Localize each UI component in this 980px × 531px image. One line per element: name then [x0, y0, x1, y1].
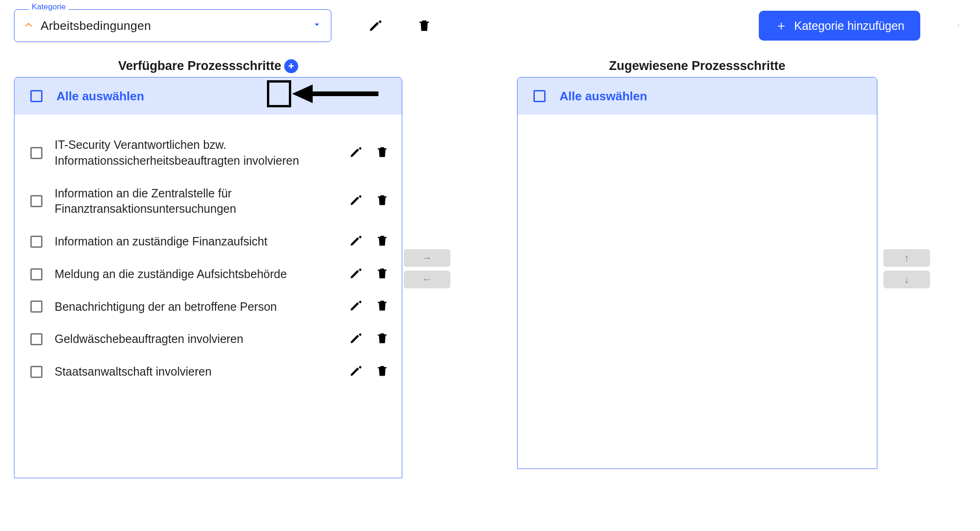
item-label: Staatsanwaltschaft involvieren [55, 364, 337, 380]
item-checkbox[interactable] [30, 195, 42, 207]
top-toolbar: Kategorie Arbeitsbedingungen ＋ Kategorie… [14, 9, 966, 42]
select-all-available-checkbox[interactable] [30, 90, 42, 102]
move-right-button[interactable]: → [404, 249, 450, 267]
chevron-up-icon [24, 20, 33, 31]
more-options-button[interactable] [951, 11, 966, 41]
assigned-header: Zugewiesene Prozessschritte [609, 59, 785, 73]
item-checkbox[interactable] [30, 236, 42, 248]
move-left-button[interactable]: ← [404, 271, 450, 288]
select-all-available-label: Alle auswählen [56, 89, 144, 104]
list-item: Meldung an die zuständige Aufsichtsbehör… [14, 258, 402, 291]
edit-item-button[interactable] [350, 146, 363, 161]
available-list: IT-Security Verantwortlichen bzw. Inform… [14, 115, 402, 478]
item-checkbox[interactable] [30, 300, 42, 313]
item-checkbox[interactable] [30, 366, 42, 378]
category-select-wrapper: Kategorie Arbeitsbedingungen [14, 9, 331, 42]
assigned-column: Zugewiesene Prozessschritte Alle auswähl… [517, 59, 877, 469]
item-checkbox[interactable] [30, 147, 42, 159]
annotation-arrow [292, 91, 381, 97]
item-label: Benachrichtigung der an betroffene Perso… [55, 299, 337, 315]
delete-item-button[interactable] [376, 267, 389, 282]
add-process-step-button[interactable]: + [284, 59, 298, 73]
delete-item-button[interactable] [376, 146, 389, 161]
select-all-assigned-checkbox[interactable] [533, 90, 546, 102]
edit-item-button[interactable] [350, 364, 363, 379]
svg-marker-4 [292, 84, 313, 103]
reorder-controls: ↑ ↓ [882, 249, 931, 288]
plus-icon: ＋ [775, 19, 788, 32]
arrow-down-icon: ↓ [904, 273, 910, 286]
category-value: Arbeitsbedingungen [41, 19, 305, 33]
list-item: Information an die Zentralstelle für Fin… [14, 177, 402, 226]
add-category-label: Kategorie hinzufügen [794, 19, 904, 33]
list-item: IT-Security Verantwortlichen bzw. Inform… [14, 129, 402, 177]
item-checkbox[interactable] [30, 268, 42, 280]
item-label: Information an die Zentralstelle für Fin… [55, 186, 337, 217]
available-panel: Alle auswählen IT-Security Verantwortlic… [14, 77, 402, 478]
edit-item-button[interactable] [350, 194, 363, 209]
assigned-panel: Alle auswählen [517, 77, 877, 469]
edit-item-button[interactable] [350, 234, 363, 249]
arrow-up-icon: ↑ [904, 252, 910, 264]
category-select[interactable]: Arbeitsbedingungen [14, 9, 331, 42]
caret-down-icon [312, 20, 322, 31]
add-category-button[interactable]: ＋ Kategorie hinzufügen [759, 11, 920, 41]
delete-item-button[interactable] [376, 364, 389, 379]
item-label: Meldung an die zuständige Aufsichtsbehör… [55, 266, 337, 282]
item-checkbox[interactable] [30, 333, 42, 345]
assigned-list [518, 115, 877, 468]
list-item: Staatsanwaltschaft involvieren [14, 356, 402, 388]
arrow-left-icon: ← [422, 273, 432, 286]
move-down-button[interactable]: ↓ [883, 271, 930, 288]
item-label: Information an zuständige Finanzaufsicht [55, 234, 337, 250]
available-column: Verfügbare Prozessschritte + Alle auswäh… [14, 59, 402, 478]
item-label: Geldwäschebeauftragten involvieren [55, 331, 337, 347]
edit-category-button[interactable] [365, 15, 386, 36]
delete-item-button[interactable] [376, 332, 389, 347]
list-item: Benachrichtigung der an betroffene Perso… [14, 291, 402, 323]
list-item: Information an zuständige Finanzaufsicht [14, 225, 402, 258]
edit-item-button[interactable] [350, 267, 363, 282]
delete-item-button[interactable] [376, 194, 389, 209]
assigned-select-all-row[interactable]: Alle auswählen [518, 77, 877, 115]
item-label: IT-Security Verantwortlichen bzw. Inform… [55, 137, 337, 169]
select-all-assigned-label: Alle auswählen [560, 89, 647, 104]
available-header: Verfügbare Prozessschritte [118, 59, 281, 73]
category-legend: Kategorie [29, 2, 69, 12]
move-up-button[interactable]: ↑ [883, 249, 930, 267]
edit-item-button[interactable] [350, 332, 363, 347]
delete-category-button[interactable] [413, 15, 435, 36]
delete-item-button[interactable] [376, 299, 389, 314]
list-item: Geldwäschebeauftragten involvieren [14, 323, 402, 356]
delete-item-button[interactable] [376, 234, 389, 249]
transfer-controls: → ← [402, 249, 452, 288]
arrow-right-icon: → [422, 252, 432, 264]
edit-item-button[interactable] [350, 299, 363, 314]
